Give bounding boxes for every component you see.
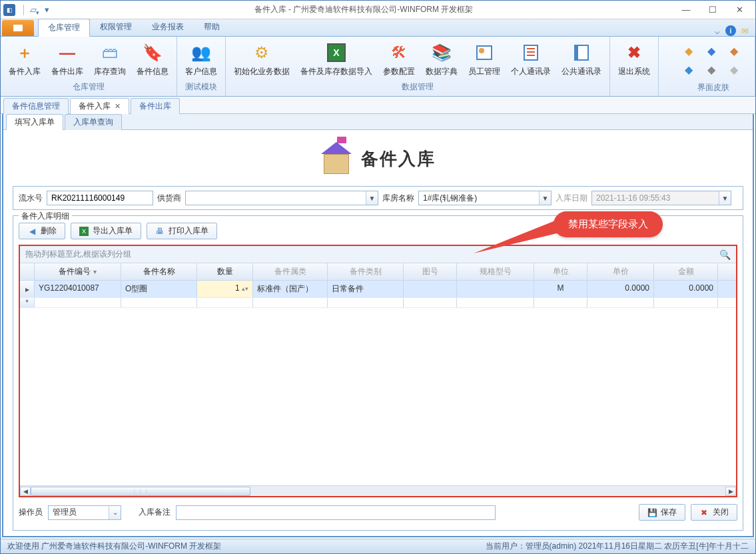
col-qty[interactable]: 数量 bbox=[197, 263, 253, 280]
table-row-new[interactable]: * bbox=[20, 298, 736, 308]
window-title: 备件入库 - 广州爱奇迪软件科技有限公司-WINFORM 开发框架 bbox=[55, 4, 673, 15]
supplier-combo[interactable]: ▼ bbox=[185, 191, 378, 205]
scroll-thumb[interactable]: ⋮⋮⋮ bbox=[31, 487, 250, 496]
skin-1[interactable]: ◆ bbox=[681, 43, 696, 58]
content: 备件入库 流水号 供货商 ▼ 库房名称 1#库(轧钢准备)▼ 入库日期 2021… bbox=[3, 130, 753, 536]
ribbon-tabs: 仓库管理 权限管理 业务报表 帮助 ⌵ i ✉ bbox=[1, 19, 755, 37]
delete-button[interactable]: ◀删除 bbox=[19, 223, 65, 239]
grid-body[interactable]: ▸ YG12204010087 O型圈 1 ▴▾ 标准件（国产） 日常备件 M … bbox=[20, 281, 736, 485]
operator-label: 操作员 bbox=[19, 507, 43, 518]
export-icon: X bbox=[79, 227, 89, 236]
ribbon-group-skin-label: 界面皮肤 bbox=[676, 81, 751, 95]
btn-stock-in[interactable]: ＋备件入库 bbox=[5, 39, 45, 80]
print-icon: 🖶 bbox=[155, 227, 165, 236]
col-category[interactable]: 备件类别 bbox=[328, 263, 404, 280]
search-icon[interactable]: 🔍 bbox=[719, 249, 731, 260]
btn-data-dict[interactable]: 📚数据字典 bbox=[422, 39, 462, 80]
ribbon-tab-permission[interactable]: 权限管理 bbox=[90, 18, 142, 36]
col-unit[interactable]: 单位 bbox=[534, 263, 587, 280]
btn-customer-info[interactable]: 👥客户信息 bbox=[181, 39, 221, 80]
ribbon-group-warehouse-label: 仓库管理 bbox=[5, 80, 173, 94]
qat-separator bbox=[23, 5, 24, 15]
print-button[interactable]: 🖶打印入库单 bbox=[147, 223, 217, 239]
qat-dropdown-icon[interactable]: ▾ bbox=[41, 5, 52, 15]
col-name[interactable]: 备件名称 bbox=[121, 263, 197, 280]
btn-exit[interactable]: ✖退出系统 bbox=[614, 39, 654, 80]
col-drawing[interactable]: 图号 bbox=[404, 263, 457, 280]
chevron-down-icon[interactable]: ⌄ bbox=[109, 506, 121, 519]
doc-tab-stock-out[interactable]: 备件出库 bbox=[131, 98, 180, 114]
btn-param-config[interactable]: 🛠参数配置 bbox=[379, 39, 419, 80]
chevron-down-icon[interactable]: ▼ bbox=[366, 191, 378, 205]
close-button[interactable]: ✕ bbox=[726, 2, 753, 18]
btn-stock-query[interactable]: 🗃库存查询 bbox=[90, 39, 130, 80]
col-spec[interactable]: 规格型号 bbox=[457, 263, 534, 280]
app-icon: ◧ bbox=[3, 4, 15, 16]
ribbon-tab-help[interactable]: 帮助 bbox=[194, 18, 230, 36]
save-button[interactable]: 💾保存 bbox=[639, 504, 685, 521]
statusbar: 欢迎使用 广州爱奇迪软件科技有限公司-WINFORM 开发框架 当前用户：管理员… bbox=[1, 539, 755, 553]
btn-part-info[interactable]: 🔖备件信息 bbox=[133, 39, 173, 80]
btn-import-data[interactable]: X备件及库存数据导入 bbox=[296, 39, 376, 80]
scroll-track[interactable]: ⋮⋮⋮ bbox=[31, 487, 725, 496]
close-form-button[interactable]: ✖关闭 bbox=[691, 504, 737, 521]
warehouse-label: 库房名称 bbox=[382, 193, 414, 204]
doc-tab-part-info[interactable]: 备件信息管理 bbox=[3, 98, 69, 114]
col-amount[interactable]: 金额 bbox=[654, 263, 718, 280]
help-icon[interactable]: i bbox=[725, 25, 736, 36]
titlebar: ◧ ▱▾ ▾ 备件入库 - 广州爱奇迪软件科技有限公司-WINFORM 开发框架… bbox=[1, 1, 755, 19]
btn-staff[interactable]: 员工管理 bbox=[464, 39, 504, 80]
save-icon: 💾 bbox=[647, 508, 657, 517]
btn-init-data[interactable]: ⚙初始化业务数据 bbox=[230, 39, 294, 80]
date-combo: 2021-11-16 09:55:43▼ bbox=[591, 191, 731, 205]
skin-6[interactable]: ◆ bbox=[727, 62, 741, 77]
doc-tab-close-icon[interactable]: ✕ bbox=[115, 102, 121, 110]
ribbon-group-data: ⚙初始化业务数据 X备件及库存数据导入 🛠参数配置 📚数据字典 员工管理 个人通… bbox=[226, 37, 610, 96]
detail-group: 备件入库明细 ◀删除 X导出入库单 🖶打印入库单 禁用某些字段录入 拖动列标题至… bbox=[13, 215, 743, 531]
new-row-indicator: * bbox=[20, 298, 35, 307]
status-left: 欢迎使用 广州爱奇迪软件科技有限公司-WINFORM 开发框架 bbox=[7, 541, 221, 552]
qat-windows-icon[interactable]: ▱▾ bbox=[28, 5, 39, 15]
remark-input[interactable] bbox=[176, 505, 496, 520]
status-right: 当前用户：管理员(admin) 2021年11月16日星期二 农历辛丑[牛]年十… bbox=[486, 541, 749, 552]
sub-tab-query[interactable]: 入库单查询 bbox=[65, 114, 122, 130]
serial-input[interactable] bbox=[47, 191, 153, 205]
skin-2[interactable]: ◆ bbox=[704, 43, 719, 58]
chevron-down-icon[interactable]: ▼ bbox=[539, 191, 551, 205]
grid-group-header[interactable]: 拖动列标题至此,根据该列分组 🔍 bbox=[20, 246, 736, 263]
ribbon-collapse-icon[interactable]: ⌵ bbox=[715, 26, 720, 36]
minimize-button[interactable]: — bbox=[673, 2, 699, 18]
ribbon-file-button[interactable] bbox=[2, 20, 34, 36]
supplier-label: 供货商 bbox=[157, 193, 181, 204]
export-button[interactable]: X导出入库单 bbox=[71, 223, 141, 239]
doc-tab-stock-in[interactable]: 备件入库✕ bbox=[70, 98, 129, 114]
sub-tab-fill[interactable]: 填写入库单 bbox=[6, 114, 63, 130]
btn-public-contacts[interactable]: 公共通讯录 bbox=[558, 39, 605, 80]
ribbon-group-warehouse: ＋备件入库 —备件出库 🗃库存查询 🔖备件信息 仓库管理 bbox=[1, 37, 177, 96]
btn-stock-out[interactable]: —备件出库 bbox=[47, 39, 87, 80]
col-code[interactable]: 备件编号 ▾ bbox=[35, 263, 121, 280]
table-row[interactable]: ▸ YG12204010087 O型圈 1 ▴▾ 标准件（国产） 日常备件 M … bbox=[20, 281, 736, 298]
scroll-right-icon[interactable]: ▶ bbox=[725, 487, 736, 496]
col-price[interactable]: 单价 bbox=[587, 263, 654, 280]
form-header: 流水号 供货商 ▼ 库房名称 1#库(轧钢准备)▼ 入库日期 2021-11-1… bbox=[13, 186, 743, 210]
ribbon-tab-report[interactable]: 业务报表 bbox=[142, 18, 194, 36]
date-label: 入库日期 bbox=[556, 193, 587, 204]
maximize-button[interactable]: ☐ bbox=[699, 2, 726, 18]
col-class[interactable]: 备件属类 bbox=[253, 263, 328, 280]
warehouse-combo[interactable]: 1#库(轧钢准备)▼ bbox=[418, 191, 552, 205]
operator-combo[interactable]: 管理员⌄ bbox=[48, 505, 121, 520]
document-tabs: 备件信息管理 备件入库✕ 备件出库 bbox=[1, 97, 755, 114]
skin-3[interactable]: ◆ bbox=[727, 43, 741, 58]
serial-label: 流水号 bbox=[19, 193, 43, 204]
btn-personal-contacts[interactable]: 个人通讯录 bbox=[507, 39, 555, 80]
scroll-left-icon[interactable]: ◀ bbox=[20, 487, 31, 496]
ribbon-tab-warehouse[interactable]: 仓库管理 bbox=[38, 19, 90, 37]
mail-icon[interactable]: ✉ bbox=[741, 26, 749, 36]
remark-label: 入库备注 bbox=[139, 507, 171, 518]
qty-cell-editing[interactable]: 1 ▴▾ bbox=[197, 281, 253, 297]
skin-5[interactable]: ◆ bbox=[704, 62, 719, 77]
skin-4[interactable]: ◆ bbox=[681, 62, 696, 77]
ribbon-group-test: 👥客户信息 测试模块 bbox=[177, 37, 226, 96]
horizontal-scrollbar[interactable]: ◀ ⋮⋮⋮ ▶ bbox=[20, 485, 736, 496]
